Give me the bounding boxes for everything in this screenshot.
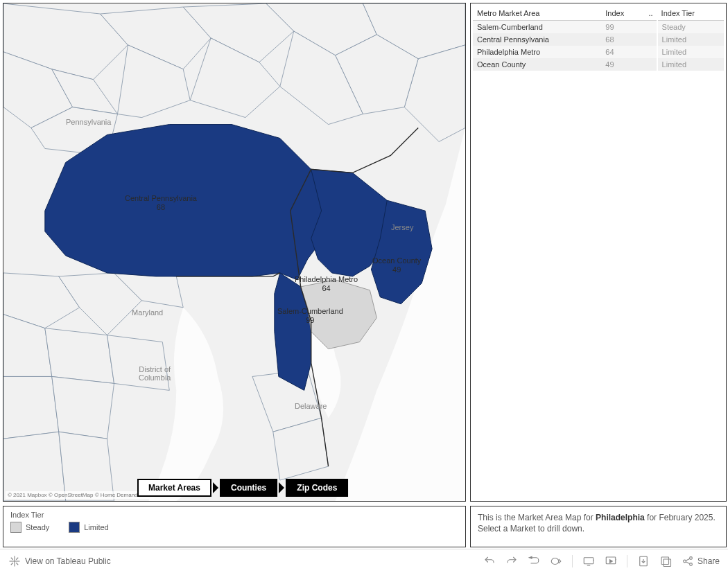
cell-extra (644, 21, 657, 34)
cell-area: Salem-Cumberland (473, 21, 601, 34)
table-row[interactable]: Salem-Cumberland99Steady (473, 21, 724, 34)
chevron-right-icon (279, 482, 284, 493)
svg-rect-8 (584, 558, 593, 564)
svg-line-17 (686, 558, 690, 561)
view-link-label: View on Tableau Public (25, 556, 111, 566)
cell-tier: Limited (657, 58, 724, 71)
device-icon[interactable] (582, 555, 595, 567)
cell-area: Ocean County (473, 58, 601, 71)
drill-counties[interactable]: Counties (220, 479, 277, 497)
table-row[interactable]: Philadelphia Metro64Limited (473, 46, 724, 58)
cell-tier: Limited (657, 46, 724, 58)
footer-separator (627, 555, 627, 567)
share-label: Share (697, 556, 720, 566)
replay-icon[interactable] (550, 555, 562, 567)
col-extra[interactable]: .. (644, 6, 657, 21)
swatch-limited-icon (69, 522, 80, 533)
svg-line-6 (16, 563, 18, 565)
svg-line-3 (11, 558, 13, 560)
market-table[interactable]: Metro Market Area Index .. Index Tier Sa… (473, 6, 724, 71)
cell-index: 99 (601, 21, 644, 34)
map-panel[interactable]: Central Pennsylvania68 Philadelphia Metr… (3, 3, 466, 502)
undo-icon[interactable] (483, 555, 496, 567)
svg-line-5 (11, 563, 13, 565)
footer-separator (572, 555, 573, 567)
chevron-right-icon (213, 482, 218, 493)
col-index[interactable]: Index (601, 6, 644, 21)
cell-area: Philadelphia Metro (473, 46, 601, 58)
cell-extra (644, 33, 657, 46)
legend-title: Index Tier (10, 511, 458, 519)
svg-rect-13 (664, 559, 671, 567)
map-svg[interactable] (3, 3, 465, 501)
svg-point-14 (684, 560, 686, 563)
svg-point-15 (690, 557, 693, 560)
download-icon[interactable] (637, 555, 650, 567)
view-on-tableau-link[interactable]: View on Tableau Public (8, 555, 111, 567)
legend-item-limited: Limited (69, 522, 108, 533)
svg-point-7 (551, 558, 559, 565)
svg-rect-12 (661, 557, 669, 565)
legend-item-steady: Steady (10, 522, 49, 533)
drill-zip-codes[interactable]: Zip Codes (286, 479, 348, 497)
redo-icon[interactable] (505, 555, 518, 567)
legend-label-steady: Steady (26, 523, 49, 531)
drill-breadcrumb: Market Areas Counties Zip Codes (137, 479, 348, 497)
cell-area: Central Pennsylvania (473, 33, 601, 46)
legend-panel: Index Tier Steady Limited (3, 506, 466, 547)
swatch-steady-icon (10, 522, 21, 533)
share-button[interactable]: Share (682, 555, 720, 567)
caption-panel: This is the Market Area Map for Philadel… (470, 506, 727, 547)
cell-tier: Steady (657, 21, 724, 34)
col-area[interactable]: Metro Market Area (473, 6, 601, 21)
drill-market-areas[interactable]: Market Areas (137, 479, 211, 497)
table-row[interactable]: Ocean County49Limited (473, 58, 724, 71)
cell-index: 49 (601, 58, 644, 71)
svg-line-18 (686, 562, 690, 564)
cell-tier: Limited (657, 33, 724, 46)
presentation-icon[interactable] (605, 555, 617, 567)
revert-icon[interactable] (528, 555, 540, 567)
cell-extra (644, 58, 657, 71)
svg-point-16 (690, 563, 693, 566)
footer-bar: View on Tableau Public Share (0, 549, 728, 573)
caption-text: This is the Market Area Map for Philadel… (478, 513, 716, 534)
share-icon (682, 555, 694, 567)
col-tier[interactable]: Index Tier (657, 6, 724, 21)
svg-line-4 (16, 558, 18, 560)
map-attribution: © 2021 Mapbox © OpenStreetMap © Home Dem… (6, 491, 155, 499)
table-row[interactable]: Central Pennsylvania68Limited (473, 33, 724, 46)
cell-index: 68 (601, 33, 644, 46)
fullscreen-icon[interactable] (659, 555, 672, 567)
legend-label-limited: Limited (84, 523, 108, 531)
tableau-icon (8, 555, 21, 567)
table-panel: Metro Market Area Index .. Index Tier Sa… (470, 3, 727, 502)
cell-extra (644, 46, 657, 58)
cell-index: 64 (601, 46, 644, 58)
